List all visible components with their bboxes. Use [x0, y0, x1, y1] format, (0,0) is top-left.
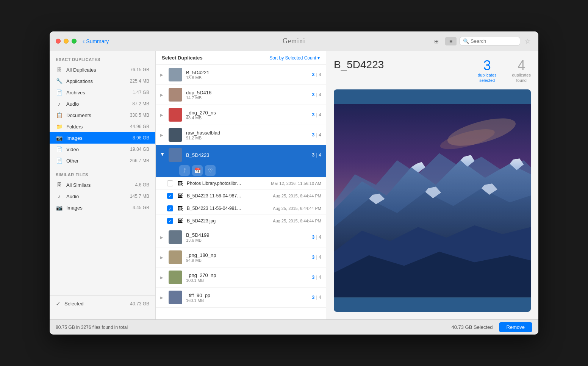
file-date: Aug 25, 2015, 6:44:44 PM — [273, 206, 321, 211]
duplicates-found-stat: 4 duplicatesfound — [512, 59, 531, 83]
archives-label: Archives — [66, 90, 129, 95]
images-size: 8.96 GB — [133, 135, 149, 141]
video-size: 19.84 GB — [130, 147, 149, 152]
file-checkbox[interactable] — [167, 180, 173, 186]
group-name: _png_270_np — [186, 272, 308, 278]
group-name: _png_180_np — [186, 252, 308, 258]
group-thumb — [169, 271, 182, 284]
close-button[interactable] — [56, 39, 61, 44]
duplicates-selected-stat: 3 duplicatesselected — [478, 59, 497, 83]
grid-view-button[interactable]: ⊞ — [431, 37, 442, 45]
group-count: 3 | 4 — [312, 112, 322, 117]
group-row-png_180_np[interactable]: ▶ _png_180_np 94.9 MB 3 | 4 — [156, 247, 326, 267]
group-size: 48.4 MB — [186, 116, 308, 120]
sort-button[interactable]: Sort by Selected Count ▾ — [269, 55, 320, 61]
file-row-B_5D4223-jpg[interactable]: ✓ 🖼 B_5D4223.jpg Aug 25, 2015, 6:44:44 P… — [156, 215, 326, 227]
list-view-button[interactable]: ≡ — [445, 37, 457, 45]
group-size: 91.2 MB — [186, 136, 308, 140]
file-checkbox[interactable]: ✓ — [167, 193, 173, 199]
maximize-button[interactable] — [72, 39, 77, 44]
group-row-tiff_90_pp[interactable]: ▶ _tiff_90_pp 160.1 MB 3 | 4 — [156, 288, 326, 308]
exact-duplicates-header: Exact Duplicates — [50, 51, 155, 64]
video-icon: 📄 — [56, 146, 63, 153]
group-count: 3 | 4 — [312, 92, 322, 97]
group-info: B_5D4199 13.6 MB — [186, 232, 308, 242]
group-row-dup_5D416[interactable]: ▶ dup_5D416 14.7 MB 3 | 4 — [156, 85, 326, 105]
sidebar-item-folders[interactable]: 📁 Folders 44.96 GB — [50, 121, 155, 132]
calendar-action-icon[interactable]: 📅 — [192, 165, 203, 176]
favorites-button[interactable]: ☆ — [523, 37, 532, 46]
group-count: 3 | 4 — [312, 255, 322, 260]
sidebar-item-all-duplicates[interactable]: 🗄 All Duplicates 76.15 GB — [50, 64, 155, 75]
file-row-photos-library[interactable]: 🖼 Photos Library.photoslibr… Mar 12, 201… — [156, 177, 326, 190]
group-name: B_5D4223 — [186, 152, 308, 158]
chevron-right-icon: ▶ — [160, 275, 165, 280]
file-date: Mar 12, 2016, 11:56:10 AM — [271, 181, 321, 186]
sim-images-icon: 📷 — [56, 204, 63, 211]
sidebar-item-applications[interactable]: 🔧 Applications 225.4 MB — [50, 75, 155, 87]
file-date: Aug 25, 2015, 6:44:44 PM — [273, 194, 321, 198]
file-row-B_5D4223-991[interactable]: ✓ 🖼 B_5D4223 11-56-04-991… Aug 25, 2015,… — [156, 202, 326, 215]
share-action-icon[interactable]: ⤴ — [179, 165, 190, 176]
sidebar-item-video[interactable]: 📄 Video 19.84 GB — [50, 144, 155, 155]
file-icon: 🖼 — [176, 217, 184, 225]
sidebar: Exact Duplicates 🗄 All Duplicates 76.15 … — [50, 51, 156, 319]
file-name: B_5D4223 11-56-04-991… — [187, 206, 270, 211]
documents-label: Documents — [66, 113, 126, 118]
file-checkbox[interactable]: ✓ — [167, 205, 173, 211]
back-button[interactable]: ‹ Summary — [83, 38, 109, 45]
sidebar-item-all-similars[interactable]: 🗄 All Similars 4.6 GB — [50, 179, 155, 191]
sidebar-item-audio[interactable]: ♪ Audio 87.2 MB — [50, 98, 155, 109]
group-info: B_5D4221 13.6 MB — [186, 70, 308, 80]
sidebar-item-images[interactable]: 📷 Images 8.96 GB — [50, 132, 155, 144]
group-row-raw_hasselblad[interactable]: ▶ raw_hasselblad 91.2 MB 3 | 4 — [156, 125, 326, 145]
group-count: 3 | 4 — [312, 152, 322, 158]
file-checkbox[interactable]: ✓ — [167, 218, 173, 224]
group-info: _tiff_90_pp 160.1 MB — [186, 292, 308, 303]
group-name: raw_hasselblad — [186, 130, 308, 136]
app-title: Gemini — [283, 37, 305, 45]
documents-size: 330.5 MB — [130, 113, 149, 118]
group-name: dup_5D416 — [186, 90, 308, 95]
group-thumb — [169, 88, 182, 102]
remove-button[interactable]: Remove — [499, 322, 532, 332]
chevron-right-icon: ▶ — [160, 133, 165, 137]
preview-stats: 3 duplicatesselected 4 duplicatesfound — [478, 59, 531, 83]
group-count: 3 | 4 — [312, 235, 322, 240]
sim-audio-label: Audio — [66, 194, 126, 199]
sidebar-item-sim-images[interactable]: 📷 Images 4.45 GB — [50, 202, 155, 213]
sidebar-item-other[interactable]: 📄 Other 266.7 MB — [50, 155, 155, 166]
other-label: Other — [66, 158, 126, 164]
selected-size: 40.73 GB — [130, 301, 149, 307]
chevron-right-icon: ▶ — [160, 73, 165, 77]
group-info: B_5D4223 — [186, 152, 308, 158]
sidebar-item-sim-audio[interactable]: ♪ Audio 145.7 MB — [50, 191, 155, 202]
bottom-bar: 80.75 GB in 3276 files found in total 40… — [50, 319, 538, 335]
preview-header: B_5D4223 3 duplicatesselected 4 duplicat… — [334, 59, 531, 83]
group-row-B_5D4199[interactable]: ▶ B_5D4199 13.6 MB 3 | 4 — [156, 227, 326, 247]
group-count: 3 | 4 — [312, 72, 322, 77]
main-window: ‹ Summary Gemini ⊞ ≡ 🔍 ☆ Exact Duplicate… — [50, 31, 538, 335]
traffic-lights — [56, 39, 77, 44]
duplicates-selected-label: duplicatesselected — [478, 72, 497, 83]
folders-size: 44.96 GB — [130, 124, 149, 129]
applications-label: Applications — [66, 78, 126, 84]
group-row-B_5D4223[interactable]: ▶ B_5D4223 3 | 4 — [156, 145, 326, 165]
group-row-dng_270_ns[interactable]: ▶ _dng_270_ns 48.4 MB 3 | 4 — [156, 105, 326, 125]
minimize-button[interactable] — [64, 39, 69, 44]
other-size: 266.7 MB — [130, 158, 149, 163]
all-duplicates-icon: 🗄 — [56, 66, 63, 73]
file-row-B_5D4223-987[interactable]: ✓ 🖼 B_5D4223 11-56-04-987… Aug 25, 2015,… — [156, 190, 326, 202]
group-row-png_270_np[interactable]: ▶ _png_270_np 100.1 MB 3 | 4 — [156, 267, 326, 288]
search-box[interactable]: 🔍 — [460, 37, 520, 45]
sidebar-item-documents[interactable]: 📋 Documents 330.5 MB — [50, 109, 155, 121]
duplicates-selected-number: 3 — [483, 59, 491, 72]
chevron-right-icon: ▶ — [160, 296, 165, 300]
group-size: 13.6 MB — [186, 75, 308, 80]
heart-action-icon[interactable]: ♡ — [205, 165, 216, 176]
sidebar-item-archives[interactable]: 📄 Archives 1.47 GB — [50, 87, 155, 98]
group-row-B_5D4221[interactable]: ▶ B_5D4221 13.6 MB 3 | 4 — [156, 65, 326, 85]
search-input[interactable] — [471, 38, 517, 44]
sim-audio-icon: ♪ — [56, 193, 63, 200]
group-info: _png_180_np 94.9 MB — [186, 252, 308, 263]
